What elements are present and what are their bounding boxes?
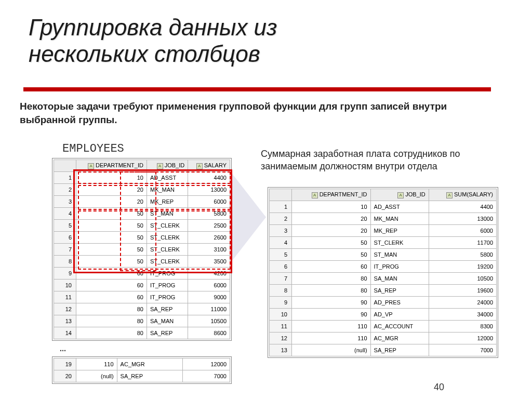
dept-cell: 80 [292, 285, 371, 297]
rownum-header [54, 160, 76, 172]
table-row: 550ST_CLERK2500 [54, 220, 230, 232]
rownum-cell: 8 [54, 256, 76, 268]
dept-cell: 60 [76, 291, 147, 303]
rownum-cell: 7 [54, 244, 76, 256]
dept-cell: 80 [76, 303, 147, 315]
table-row: 1060IT_PROG6000 [54, 280, 230, 291]
value-cell: 6000 [188, 280, 230, 291]
rownum-cell: 13 [54, 315, 76, 327]
column-type-icon: A [88, 163, 94, 169]
table-row: 220MK_MAN13000 [54, 184, 230, 196]
value-cell: 8600 [188, 327, 230, 339]
job-cell: AD_VP [370, 309, 429, 321]
value-cell: 4200 [188, 268, 230, 280]
table-row: 1480SA_REP8600 [54, 327, 230, 339]
dept-cell: 80 [76, 327, 147, 339]
arrow-icon [230, 170, 266, 264]
title-underline [23, 87, 491, 91]
job-cell: ST_CLERK [147, 220, 188, 232]
rownum-cell: 11 [270, 321, 292, 332]
table-row: 750ST_CLERK3100 [54, 244, 230, 256]
job-cell: AD_PRES [370, 297, 429, 309]
dept-cell: 50 [76, 244, 147, 256]
value-cell: 6000 [429, 225, 496, 237]
value-cell: 13000 [429, 213, 496, 225]
slide-title: Группировка данных из нескольких столбцо… [29, 15, 277, 67]
col-label: JOB_ID [405, 191, 425, 197]
value-cell: 2600 [188, 232, 230, 244]
rownum-cell: 10 [54, 280, 76, 291]
table-row: 220MK_MAN13000 [270, 213, 497, 225]
title-line-1: Группировка данных из [29, 15, 277, 40]
rownum-cell: 2 [54, 184, 76, 196]
job-cell: MK_REP [147, 196, 188, 208]
value-cell: 3500 [188, 256, 230, 268]
rownum-cell: 7 [270, 273, 292, 285]
column-type-icon: A [157, 163, 163, 169]
value-cell: 12000 [429, 332, 496, 344]
rownum-cell: 3 [54, 196, 76, 208]
job-cell: AD_ASST [370, 201, 429, 213]
rownum-cell: 19 [54, 358, 76, 370]
value-cell: 9000 [188, 291, 230, 303]
job-cell: ST_CLERK [147, 244, 188, 256]
value-cell: 24000 [429, 297, 496, 309]
value-cell: 19600 [429, 285, 496, 297]
job-cell: SA_REP [147, 327, 188, 339]
job-cell: SA_REP [370, 344, 429, 356]
job-cell: SA_REP [370, 285, 429, 297]
table-row: 13(null)SA_REP7000 [270, 344, 497, 356]
table-row: 780SA_MAN10500 [270, 273, 497, 285]
value-cell: 10500 [429, 273, 496, 285]
col-label: DEPARTMENT_ID [96, 162, 143, 168]
dept-cell: 90 [292, 309, 371, 321]
dept-cell: 60 [76, 280, 147, 291]
col-job: AJOB_ID [370, 189, 429, 201]
table-row: 960IT_PROG4200 [54, 268, 230, 280]
job-cell: AD_ASST [147, 172, 188, 184]
dept-cell: 20 [76, 184, 147, 196]
rownum-cell: 6 [54, 232, 76, 244]
job-cell: ST_CLERK [147, 256, 188, 268]
value-cell: 7000 [182, 370, 230, 382]
employees-tail-table: 19110AC_MGR1200020(null)SA_REP7000 [54, 358, 230, 382]
page-number: 40 [434, 382, 444, 393]
rownum-cell: 11 [54, 291, 76, 303]
table-row: 880SA_REP19600 [270, 285, 497, 297]
rownum-cell: 12 [54, 303, 76, 315]
col-job: AJOB_ID [147, 160, 188, 172]
value-cell: 7000 [429, 344, 496, 356]
rownum-cell: 20 [54, 370, 76, 382]
description-text: Суммарная заработная плата сотрудников п… [261, 148, 505, 173]
table-row: 1090AD_VP34000 [270, 309, 497, 321]
job-cell: SA_REP [117, 370, 182, 382]
col-label: DEPARTMENT_ID [320, 191, 367, 197]
job-cell: MK_MAN [370, 213, 429, 225]
table-row: 990AD_PRES24000 [270, 297, 497, 309]
job-cell: SA_MAN [370, 273, 429, 285]
employees-table-wrap: ADEPARTMENT_ID AJOB_ID ASALARY 110AD_ASS… [52, 158, 232, 341]
column-type-icon: A [312, 192, 318, 198]
dept-cell: (null) [76, 370, 117, 382]
employees-tail-wrap: 19110AC_MGR1200020(null)SA_REP7000 [52, 356, 232, 384]
table-row: 1160IT_PROG9000 [54, 291, 230, 303]
dept-cell: 50 [76, 256, 147, 268]
table-row: 12110AC_MGR12000 [270, 332, 497, 344]
table-row: 1280SA_REP11000 [54, 303, 230, 315]
slide: Группировка данных из нескольких столбцо… [0, 0, 532, 399]
summary-table: ADEPARTMENT_ID AJOB_ID ASUM(SALARY) 110A… [269, 189, 497, 356]
table-row: 850ST_CLERK3500 [54, 256, 230, 268]
value-cell: 10500 [188, 315, 230, 327]
job-cell: AC_MGR [370, 332, 429, 344]
dept-cell: 20 [292, 225, 371, 237]
table-row: 650ST_CLERK2600 [54, 232, 230, 244]
job-cell: ST_MAN [147, 208, 188, 220]
value-cell: 11700 [429, 237, 496, 249]
dept-cell: 50 [76, 220, 147, 232]
dept-cell: 10 [292, 201, 371, 213]
col-dept: ADEPARTMENT_ID [76, 160, 147, 172]
rownum-cell: 8 [270, 285, 292, 297]
rownum-cell: 13 [270, 344, 292, 356]
column-type-icon: A [397, 192, 404, 198]
value-cell: 8300 [429, 321, 496, 332]
